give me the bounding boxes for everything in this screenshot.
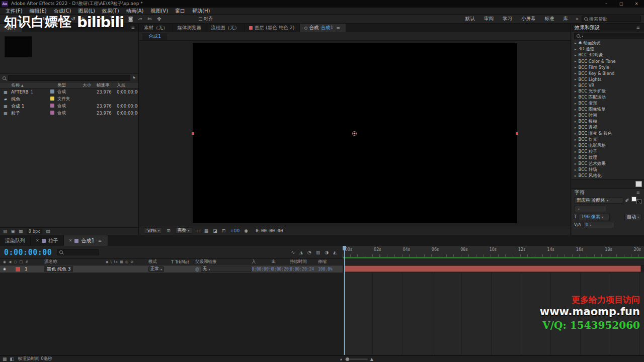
puppet-pin-tool-icon[interactable]: ✜ bbox=[155, 16, 164, 22]
effects-category-row[interactable]: ▸ BCC 变形 bbox=[572, 101, 644, 107]
panel-menu-icon[interactable]: ≡ bbox=[635, 190, 641, 195]
column-mode[interactable]: 模式 bbox=[148, 259, 171, 265]
workspace-item[interactable]: 标准 bbox=[540, 16, 558, 22]
expand-arrow-icon[interactable]: ▸ bbox=[575, 59, 577, 63]
menu-item[interactable]: 动画(A) bbox=[123, 8, 147, 15]
expand-arrow-icon[interactable]: ▸ bbox=[575, 41, 577, 45]
new-folder-icon[interactable]: ▣ bbox=[11, 229, 16, 234]
parent-select[interactable]: 无▾ bbox=[201, 266, 252, 272]
effects-search[interactable]: ▾ bbox=[574, 33, 644, 39]
effects-category-row[interactable]: ▸ BCC Lights bbox=[572, 76, 644, 82]
fill-color-swatch[interactable] bbox=[631, 197, 636, 202]
blend-mode-select[interactable]: 正常▾ bbox=[148, 266, 164, 272]
minimize-button[interactable]: – bbox=[599, 0, 614, 8]
project-item-row[interactable]: ▦ 粒子 合成 23.976 0:00:00:00 bbox=[0, 110, 138, 117]
effects-category-row[interactable]: ▸ BCC Color & Tone bbox=[572, 58, 644, 64]
layer-name[interactable]: 黑色 纯色 3 bbox=[44, 266, 73, 272]
tracking-select[interactable]: 0▾ bbox=[583, 222, 614, 228]
clone-stamp-tool-icon[interactable]: ◙ bbox=[126, 16, 135, 22]
effects-category-row[interactable]: ▸ BCC 渐变 & 着色 bbox=[572, 131, 644, 137]
effects-category-row[interactable]: ▸ BCC 透视 bbox=[572, 125, 644, 131]
tab-composition-viewer[interactable]: 合成 合成1 ≡ bbox=[300, 24, 347, 32]
sort-asc-icon[interactable]: ▲ bbox=[21, 83, 24, 87]
tab-layer-viewer[interactable]: 图层 (黑色 纯色 2) bbox=[245, 24, 300, 32]
expand-arrow-icon[interactable]: ▸ bbox=[575, 77, 577, 81]
expand-arrow-icon[interactable]: ▸ bbox=[575, 89, 577, 94]
expand-arrow-icon[interactable]: ▸ bbox=[575, 120, 577, 124]
layer-out-time[interactable]: 0:00:20:23 bbox=[272, 267, 290, 272]
effects-category-row[interactable]: ▸ BCC 图像恢复 bbox=[572, 107, 644, 113]
column-name[interactable]: 名称▲ bbox=[10, 82, 49, 88]
effects-category-row[interactable]: ▸ BCC 纹理 bbox=[572, 155, 644, 161]
expand-arrow-icon[interactable]: ▸ bbox=[575, 162, 577, 166]
timeline-zoom-slider[interactable] bbox=[345, 358, 368, 360]
timeline-search[interactable] bbox=[57, 249, 99, 255]
layer-label-swatch[interactable] bbox=[16, 267, 20, 272]
workspace-item[interactable]: 学习 bbox=[498, 16, 517, 22]
hide-shy-layers-icon[interactable]: ◔ bbox=[307, 250, 311, 255]
panel-menu-icon[interactable]: ≡ bbox=[336, 26, 342, 31]
expand-arrow-icon[interactable]: ▸ bbox=[575, 47, 577, 51]
timeline-search-input[interactable] bbox=[64, 250, 97, 255]
viewer-lock-icon[interactable] bbox=[304, 27, 307, 30]
help-search[interactable] bbox=[582, 16, 641, 22]
expand-arrow-icon[interactable]: ▸ bbox=[575, 65, 577, 69]
stroke-color-swatch[interactable] bbox=[636, 199, 641, 204]
project-item-row[interactable]: ▦ AFTERB1 合成 23.976 0:00:00:00 bbox=[0, 88, 138, 96]
new-composition-icon[interactable]: ▦ bbox=[19, 229, 23, 234]
maximize-button[interactable]: □ bbox=[614, 0, 629, 8]
tab-timeline-particle[interactable]: ✕ 粒子 bbox=[31, 235, 64, 246]
expand-arrow-icon[interactable]: ▸ bbox=[575, 114, 577, 118]
kerning-mode-select[interactable]: 自动▾ bbox=[624, 214, 641, 220]
expand-arrow-icon[interactable]: ▸ bbox=[575, 96, 577, 100]
column-duration[interactable]: 持续时间 bbox=[290, 259, 318, 265]
expand-arrow-icon[interactable]: ▸ bbox=[575, 132, 577, 136]
menu-item[interactable]: 帮助(H) bbox=[189, 8, 213, 15]
search-options-icon[interactable]: ▾ bbox=[582, 34, 583, 38]
playhead[interactable] bbox=[344, 246, 345, 355]
tab-media-browser[interactable]: 媒体浏览器 bbox=[173, 24, 207, 32]
panel-menu-icon[interactable]: ≡ bbox=[635, 25, 641, 30]
effects-category-row[interactable]: ▸ BCC 时间 bbox=[572, 113, 644, 119]
fill-stroke-swatches[interactable] bbox=[631, 197, 641, 204]
column-inpoint[interactable]: 入点 bbox=[116, 82, 138, 88]
project-item-row[interactable]: ▦ 合成 1 合成 23.976 0:00:00:00 bbox=[0, 103, 138, 110]
graph-editor-icon[interactable]: ◭ bbox=[333, 250, 337, 255]
quality-icon[interactable]: ∿ bbox=[291, 250, 295, 255]
column-type[interactable]: 类型 bbox=[56, 82, 82, 88]
expand-arrow-icon[interactable]: ▸ bbox=[575, 150, 577, 154]
effects-category-row[interactable]: ▸ BCC 电影风格 bbox=[572, 143, 644, 149]
effects-category-row[interactable]: ▸ BCC 光学扩散 bbox=[572, 88, 644, 95]
expand-arrow-icon[interactable]: ▸ bbox=[575, 71, 577, 75]
expand-arrow-icon[interactable]: ▸ bbox=[575, 174, 577, 178]
exposure-reset[interactable]: +00 bbox=[230, 228, 239, 233]
roto-brush-tool-icon[interactable]: ✄ bbox=[145, 16, 154, 22]
panel-thumbnail-icon[interactable] bbox=[635, 181, 642, 187]
filter-flag-icon[interactable]: ⚑ bbox=[132, 76, 136, 80]
column-out[interactable]: 出 bbox=[272, 259, 290, 265]
layer-handle-left[interactable] bbox=[192, 132, 194, 135]
effects-category-row[interactable]: ▸ BCC 匹配运动 bbox=[572, 95, 644, 101]
effects-category-row[interactable]: ▸ BCC Film Style bbox=[572, 64, 644, 70]
column-size[interactable]: 大小 bbox=[82, 82, 96, 88]
time-ruler[interactable]: :00s02s04s06s08s10s12s14s16s18s20s bbox=[343, 246, 644, 259]
magnification-select[interactable]: 50%▾ bbox=[144, 227, 162, 234]
gpu-info-icon[interactable]: ▦ bbox=[3, 356, 7, 361]
expand-arrow-icon[interactable]: ▸ bbox=[575, 144, 577, 148]
layer-handle-right[interactable] bbox=[516, 132, 518, 135]
effects-category-row[interactable]: ▸ BCC 艺术效果 bbox=[572, 161, 644, 167]
tab-render-queue[interactable]: 渲染队列 bbox=[0, 235, 31, 246]
roi-icon[interactable]: ▫ bbox=[197, 228, 200, 233]
expand-arrow-icon[interactable]: ▸ bbox=[575, 83, 577, 87]
expand-arrow-icon[interactable]: ▸ bbox=[575, 168, 577, 172]
menu-item[interactable]: 窗口 bbox=[172, 8, 189, 15]
expand-arrow-icon[interactable]: ▸ bbox=[575, 156, 577, 160]
transparency-grid-icon[interactable]: ▦ bbox=[204, 228, 209, 233]
zoom-slider-knob[interactable] bbox=[346, 357, 349, 361]
grid-guides-icon[interactable]: ⊞ bbox=[167, 228, 171, 233]
motion-blur-icon[interactable]: ◑ bbox=[325, 250, 329, 255]
close-button[interactable]: ✕ bbox=[629, 0, 644, 8]
close-tab-icon[interactable]: ✕ bbox=[36, 238, 39, 243]
menu-item[interactable]: 视图(V) bbox=[147, 8, 172, 15]
layer-duration-bar[interactable] bbox=[345, 265, 641, 272]
